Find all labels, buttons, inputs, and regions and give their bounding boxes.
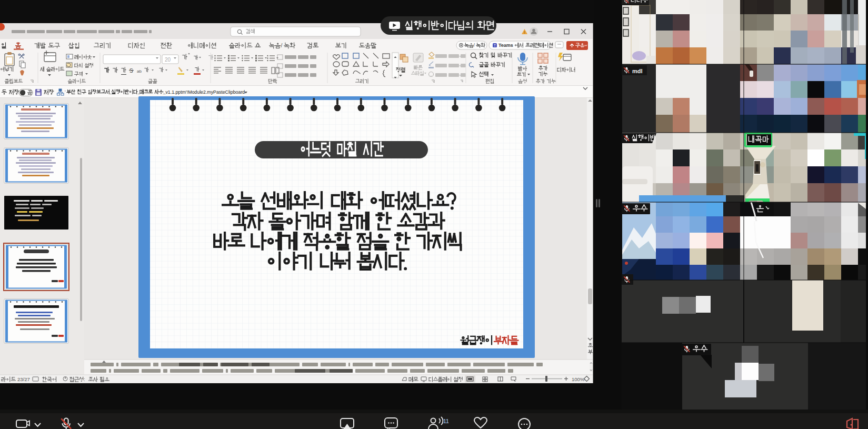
svg-text::: :	[84, 377, 85, 382]
svg-text:11: 11	[443, 418, 449, 424]
svg-text:/: /	[281, 43, 282, 48]
svg-text:ab: ab	[137, 69, 142, 74]
svg-text:Teams: Teams	[498, 43, 513, 48]
svg-text:v1.1.pptm'!Module2.myPasteClip: v1.1.pptm'!Module2.myPasteClipboard	[165, 89, 245, 95]
svg-text:mdl: mdl	[632, 68, 643, 74]
svg-text:100%: 100%	[572, 376, 585, 382]
svg-text:S: S	[129, 68, 133, 74]
svg-text:!: !	[524, 31, 525, 34]
svg-text:23/27: 23/27	[17, 376, 30, 382]
svg-text:T: T	[494, 44, 496, 47]
svg-text:20: 20	[165, 57, 171, 63]
